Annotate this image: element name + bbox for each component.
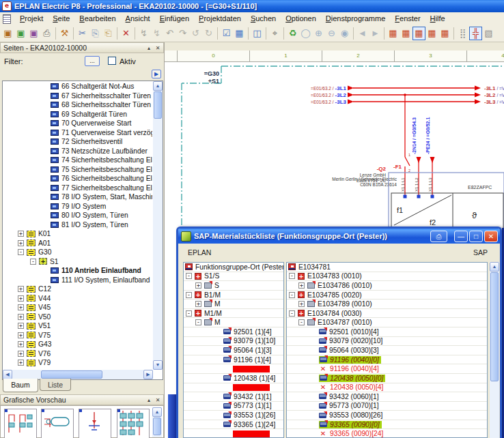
expand-icon[interactable]: + <box>18 295 24 302</box>
bom-material-item-deleted[interactable]: ✕120438 (0050)[4] <box>287 383 487 393</box>
preview-thumbnail[interactable] <box>117 409 150 438</box>
pages-panel-header[interactable]: Seiten - EKA20102-10000 ▴ ✕ <box>0 42 164 53</box>
page-tree-item[interactable]: +V51 <box>3 321 152 331</box>
grid-size-b-icon[interactable]: ▦ <box>400 27 412 40</box>
delete-icon[interactable]: ✕ <box>120 27 132 40</box>
page-tree-item[interactable]: 78 I/O System, Start, Maschine <box>3 192 152 202</box>
collapse-icon[interactable]: - <box>186 273 192 279</box>
expand-icon[interactable]: + <box>18 231 24 237</box>
expand-icon[interactable]: + <box>18 332 24 338</box>
expand-icon[interactable]: + <box>298 301 305 307</box>
page-tree-item[interactable]: +V79 <box>3 358 152 368</box>
expand-icon[interactable]: + <box>298 282 305 289</box>
menu-projekt[interactable]: Projekt <box>15 13 48 25</box>
panel-close-icon[interactable]: ✕ <box>154 44 162 52</box>
page-tree-item[interactable]: 67 Sicherheitsschalter Türen <box>3 91 152 101</box>
collapse-icon[interactable]: - <box>298 319 305 325</box>
print-button[interactable]: ⎙ <box>430 231 447 242</box>
page-tree-item[interactable]: 73 Netzschütze Laufbänder <box>3 147 152 156</box>
bom-assembly-node[interactable]: -S1/S <box>184 272 283 282</box>
menu-seite[interactable]: Seite <box>48 13 74 25</box>
bom-material-item[interactable]: 95773 (0070)[1] <box>287 402 487 411</box>
expand-icon[interactable]: + <box>18 341 24 347</box>
bom-material-item[interactable]: 95064 (0030)[3] <box>287 346 487 355</box>
object-snap-icon[interactable]: ▧ <box>482 27 495 40</box>
scroll-up-icon[interactable]: ▲ <box>152 407 162 417</box>
bom-part-node[interactable]: +S <box>184 281 283 291</box>
expand-icon[interactable]: + <box>18 304 24 310</box>
dialog-vscrollbar[interactable]: ▲ <box>490 262 499 438</box>
page-tree-item[interactable]: 66 Schaltgerät Not-Aus <box>3 82 152 91</box>
bom-assembly-node[interactable]: -E1034784 (0030) <box>287 309 487 319</box>
grid-display-icon[interactable]: ⣿ <box>456 27 469 40</box>
page-tree-item[interactable]: 79 I/O System <box>3 202 152 211</box>
expand-icon[interactable]: + <box>18 360 24 366</box>
collapse-icon[interactable]: - <box>289 273 295 279</box>
bom-assembly-node[interactable]: -M1/M <box>184 309 283 319</box>
open-project-icon[interactable]: ▣ <box>14 27 27 40</box>
menu-ansicht[interactable]: Ansicht <box>121 13 155 25</box>
grid-size-e-icon[interactable]: ▦ <box>438 27 451 40</box>
copy-project-icon[interactable]: ▣ <box>27 27 40 40</box>
page-tree-item[interactable]: 74 Sicherheitsbeschaltung Elau <box>3 156 152 165</box>
redo-list-icon[interactable]: ↻ <box>202 27 215 40</box>
page-properties-icon[interactable]: ☑ <box>220 27 233 40</box>
scroll-up-icon[interactable]: ▲ <box>153 81 163 91</box>
scroll-right-icon[interactable]: ▶ <box>143 370 153 379</box>
panel-pin-icon[interactable]: ▴ <box>145 396 153 404</box>
expand-icon[interactable]: + <box>195 282 201 289</box>
bom-material-item[interactable]: 92501 (0010)[4] <box>287 327 487 337</box>
page-tree-item[interactable]: +V45 <box>3 303 152 312</box>
collapse-icon[interactable]: - <box>186 310 192 317</box>
update-icon[interactable]: ♻ <box>286 27 299 40</box>
page-tree-item[interactable]: 71 Querverweise Start verzögert <box>3 128 152 138</box>
menu-bearbeiten[interactable]: Bearbeiten <box>74 13 120 25</box>
undo-icon[interactable]: ↶ <box>163 27 176 40</box>
expand-icon[interactable]: + <box>18 323 24 329</box>
bom-root-node[interactable]: Funktionsgruppe-Ort (Pester) <box>184 263 283 272</box>
snap-to-grid-icon[interactable]: ╬ <box>469 27 482 40</box>
zoom-in-icon[interactable]: ⊕ <box>312 27 325 40</box>
bom-part-node[interactable]: -M <box>184 318 283 327</box>
bom-material-item-deleted[interactable]: ✕91196 (0040)[4] <box>287 364 487 374</box>
panel-options-arrow-icon[interactable]: ▶ <box>152 70 161 78</box>
panel-pin-icon[interactable]: ▴ <box>145 44 153 52</box>
copy-icon[interactable]: ⎘ <box>89 27 102 40</box>
redo-icon[interactable]: ↷ <box>176 27 189 40</box>
preview-panel-header[interactable]: Grafische Vorschau ▴ ✕ <box>0 394 164 405</box>
eplan-bom-tree[interactable]: Funktionsgruppe-Ort (Pester)-S1/S+S-B1/M… <box>183 262 284 438</box>
scroll-down-icon[interactable]: ▼ <box>153 360 163 370</box>
bom-material-item[interactable]: 92501 (1)[4] <box>184 327 283 337</box>
pages-vscrollbar[interactable]: ▲ ▼ <box>153 81 163 370</box>
pages-hscrollbar[interactable]: ◀ ▶ <box>3 370 153 379</box>
page-tree-item[interactable]: +V44 <box>3 294 152 304</box>
bom-assembly-node[interactable]: -E1034783 (0010) <box>287 272 487 282</box>
page-tree-item[interactable]: 76 Sicherheitsbeschaltung Elau <box>3 174 152 184</box>
menu-suchen[interactable]: Suchen <box>246 13 281 25</box>
bom-material-item[interactable]: 93432 (1)[1] <box>184 392 283 402</box>
bom-material-item[interactable]: 91196 (1)[4] <box>184 355 283 365</box>
page-tree-item[interactable]: 111 I/O System, Einlaufband <box>3 276 152 285</box>
scrollbar-thumb[interactable] <box>490 272 499 381</box>
minimize-button[interactable]: — <box>454 231 468 242</box>
bom-material-item-new[interactable]: 120438 (0050)[0] <box>287 374 487 383</box>
preview-thumbnail[interactable] <box>4 409 37 438</box>
page-tree-item[interactable]: +V75 <box>3 331 152 340</box>
next-page-icon[interactable]: ► <box>369 27 382 40</box>
cut-icon[interactable]: ✂ <box>76 27 89 40</box>
zoom-entire-page-icon[interactable]: ◉ <box>338 27 351 40</box>
device-navigator-icon[interactable]: ▦ <box>233 27 246 40</box>
expand-icon[interactable]: + <box>18 314 24 320</box>
preview-vscrollbar[interactable]: ▲ <box>152 407 162 437</box>
page-tree-item[interactable]: 70 Querverweise Start <box>3 119 152 128</box>
scroll-left-icon[interactable]: ◀ <box>3 370 12 379</box>
scrollbar-thumb[interactable] <box>153 418 161 435</box>
bom-part-node[interactable]: +M <box>184 300 283 309</box>
page-tree-item[interactable]: 110 Antrieb Einlaufband <box>3 266 152 276</box>
collapse-icon[interactable]: - <box>195 319 201 325</box>
paste-icon[interactable]: ⎗ <box>102 27 115 40</box>
bom-part-node[interactable]: +E1034786 (0010) <box>287 281 487 291</box>
panel-close-icon[interactable]: ✕ <box>154 396 162 404</box>
insert-device-icon[interactable]: ↯ <box>150 27 163 40</box>
page-tree-item[interactable]: -G30 <box>3 248 152 257</box>
